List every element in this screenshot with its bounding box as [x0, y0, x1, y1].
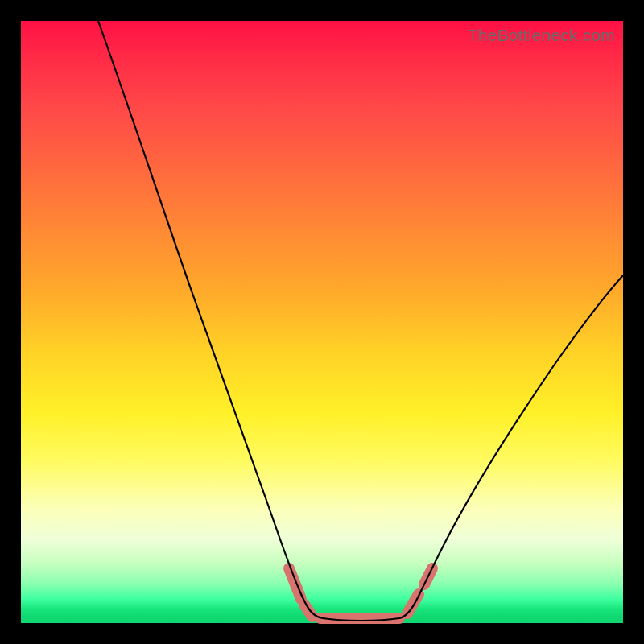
- bottleneck-curve: [98, 21, 623, 621]
- accent-dash-1: [289, 568, 301, 599]
- chart-svg: [21, 21, 623, 623]
- plot-area: TheBottleneck.com: [21, 21, 623, 623]
- outer-frame: TheBottleneck.com: [0, 0, 644, 644]
